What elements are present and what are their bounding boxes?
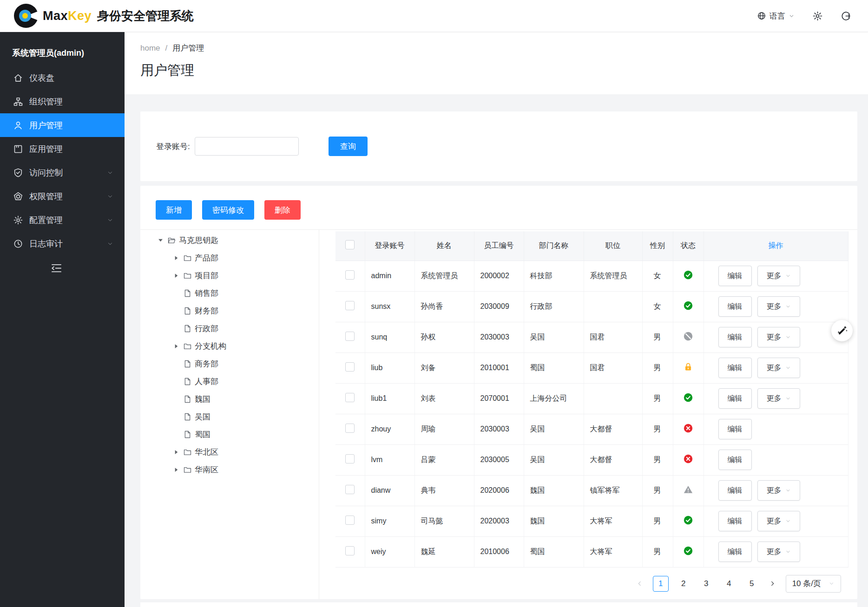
pentagon-icon bbox=[13, 191, 23, 202]
shield-check-icon bbox=[13, 168, 23, 178]
tree-item-label: 销售部 bbox=[195, 288, 218, 299]
row-checkbox[interactable] bbox=[345, 454, 355, 463]
column-header: 职位 bbox=[584, 231, 642, 261]
edit-button[interactable]: 编辑 bbox=[718, 388, 752, 409]
select-all-checkbox[interactable] bbox=[345, 240, 355, 249]
tree-item[interactable]: 魏国 bbox=[140, 390, 319, 408]
page-size-select[interactable]: 10 条/页 bbox=[786, 575, 841, 593]
tree-item[interactable]: 华北区 bbox=[140, 443, 319, 461]
more-button[interactable]: 更多 bbox=[757, 296, 800, 317]
change-password-button[interactable]: 密码修改 bbox=[202, 200, 254, 220]
row-checkbox[interactable] bbox=[345, 424, 355, 433]
tree-item[interactable]: 吴国 bbox=[140, 408, 319, 425]
edit-button[interactable]: 编辑 bbox=[718, 266, 752, 286]
tree-item[interactable]: 销售部 bbox=[140, 284, 319, 302]
caret-right-icon[interactable] bbox=[173, 272, 183, 279]
cell-status bbox=[673, 506, 704, 536]
more-button[interactable]: 更多 bbox=[757, 388, 800, 409]
more-button[interactable]: 更多 bbox=[757, 511, 800, 531]
pagination-page-3[interactable]: 3 bbox=[698, 576, 714, 592]
sidebar-item-configuration[interactable]: 配置管理 bbox=[0, 208, 125, 232]
row-checkbox[interactable] bbox=[345, 393, 355, 402]
pagination-page-4[interactable]: 4 bbox=[721, 576, 737, 592]
sidebar-item-label: 权限管理 bbox=[29, 191, 63, 202]
sidebar-item-permissions[interactable]: 权限管理 bbox=[0, 184, 125, 208]
tree-item[interactable]: 马克思钥匙 bbox=[140, 231, 319, 249]
cell-status bbox=[673, 352, 704, 383]
breadcrumb-home[interactable]: home bbox=[140, 44, 160, 53]
tree-item[interactable]: 蜀国 bbox=[140, 425, 319, 443]
tree-item[interactable]: 分支机构 bbox=[140, 337, 319, 355]
cell-name: 孙权 bbox=[414, 322, 474, 352]
logout-button[interactable] bbox=[841, 11, 851, 21]
file-icon bbox=[183, 395, 195, 404]
caret-right-icon[interactable] bbox=[173, 343, 183, 350]
edit-button[interactable]: 编辑 bbox=[718, 511, 752, 531]
menu-fold-icon bbox=[50, 262, 125, 274]
folder-icon bbox=[183, 342, 195, 351]
tree-item[interactable]: 人事部 bbox=[140, 372, 319, 390]
edit-button[interactable]: 编辑 bbox=[718, 480, 752, 501]
caret-down-icon[interactable] bbox=[157, 237, 167, 244]
search-button[interactable]: 查询 bbox=[329, 137, 368, 156]
cell-actions: 编辑更多 bbox=[704, 291, 848, 322]
column-header: 性别 bbox=[642, 231, 673, 261]
caret-right-icon[interactable] bbox=[173, 255, 183, 261]
cell-position bbox=[584, 291, 642, 322]
cell-gender: 男 bbox=[642, 506, 673, 536]
tree-item[interactable]: 商务部 bbox=[140, 355, 319, 372]
row-checkbox[interactable] bbox=[345, 270, 355, 280]
pagination-page-5[interactable]: 5 bbox=[744, 576, 760, 592]
cell-gender: 男 bbox=[642, 414, 673, 444]
file-icon bbox=[183, 412, 195, 421]
row-checkbox[interactable] bbox=[345, 301, 355, 310]
users-panel: 新增密码修改删除 马克思钥匙产品部项目部销售部财务部行政部分支机构商务部人事部魏… bbox=[140, 186, 857, 599]
edit-button[interactable]: 编辑 bbox=[718, 327, 752, 347]
status-inactive-icon bbox=[683, 423, 693, 433]
caret-right-icon[interactable] bbox=[173, 449, 183, 456]
tree-item[interactable]: 行政部 bbox=[140, 320, 319, 337]
more-button[interactable]: 更多 bbox=[757, 327, 800, 347]
tree-item[interactable]: 产品部 bbox=[140, 249, 319, 267]
row-checkbox[interactable] bbox=[345, 362, 355, 372]
add-button[interactable]: 新增 bbox=[156, 200, 192, 220]
settings-button[interactable] bbox=[812, 11, 823, 21]
folder-icon bbox=[183, 465, 195, 474]
delete-button[interactable]: 删除 bbox=[264, 200, 301, 220]
cell-status bbox=[673, 536, 704, 567]
tree-item[interactable]: 财务部 bbox=[140, 302, 319, 320]
edit-button[interactable]: 编辑 bbox=[718, 419, 752, 439]
tree-item[interactable]: 华南区 bbox=[140, 461, 319, 478]
login-account-input[interactable] bbox=[195, 137, 299, 156]
magic-wand-floating-button[interactable] bbox=[831, 320, 853, 341]
edit-button[interactable]: 编辑 bbox=[718, 358, 752, 378]
edit-button[interactable]: 编辑 bbox=[718, 450, 752, 470]
more-button[interactable]: 更多 bbox=[757, 480, 800, 501]
sidebar-item-audit[interactable]: 日志审计 bbox=[0, 232, 125, 255]
row-checkbox[interactable] bbox=[345, 332, 355, 341]
sidebar-item-applications[interactable]: 应用管理 bbox=[0, 137, 125, 161]
sidebar-item-access-control[interactable]: 访问控制 bbox=[0, 161, 125, 184]
tree-item-label: 人事部 bbox=[195, 376, 218, 387]
caret-right-icon[interactable] bbox=[173, 466, 183, 473]
sidebar-item-organization[interactable]: 组织管理 bbox=[0, 90, 125, 113]
pagination-page-2[interactable]: 2 bbox=[676, 576, 691, 592]
language-menu[interactable]: 语言 bbox=[757, 11, 795, 21]
more-button[interactable]: 更多 bbox=[757, 266, 800, 286]
pagination-page-1[interactable]: 1 bbox=[653, 576, 669, 592]
more-button[interactable]: 更多 bbox=[757, 358, 800, 378]
sidebar-item-users[interactable]: 用户管理 bbox=[0, 113, 125, 137]
tree-item[interactable]: 项目部 bbox=[140, 267, 319, 284]
sidebar-collapse-button[interactable] bbox=[0, 262, 125, 274]
sidebar-item-dashboard[interactable]: 仪表盘 bbox=[0, 66, 125, 90]
cell-username: liub bbox=[365, 352, 414, 383]
more-button[interactable]: 更多 bbox=[757, 542, 800, 562]
pagination-prev[interactable] bbox=[634, 580, 646, 587]
edit-button[interactable]: 编辑 bbox=[718, 542, 752, 562]
file-icon bbox=[183, 307, 195, 315]
row-checkbox[interactable] bbox=[345, 516, 355, 525]
row-checkbox[interactable] bbox=[345, 546, 355, 555]
row-checkbox[interactable] bbox=[345, 485, 355, 494]
edit-button[interactable]: 编辑 bbox=[718, 296, 752, 317]
pagination-next[interactable] bbox=[767, 580, 779, 587]
